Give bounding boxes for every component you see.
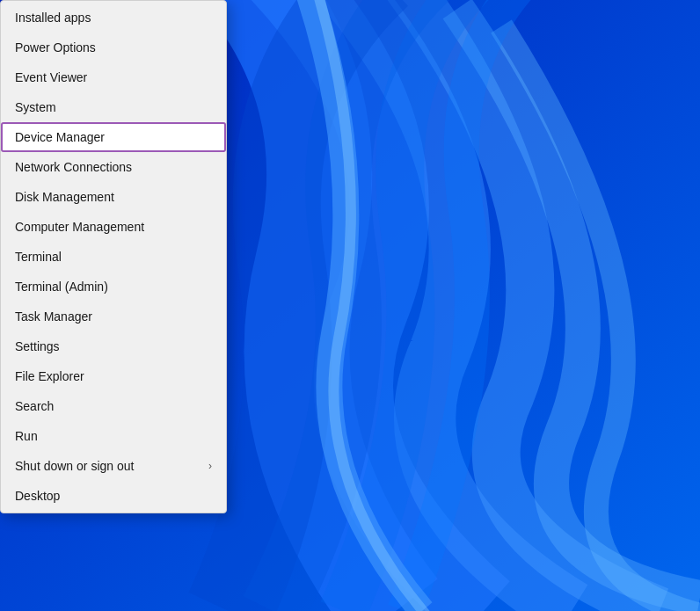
menu-item-label-device-manager: Device Manager — [15, 130, 105, 144]
menu-item-shut-down-sign-out[interactable]: Shut down or sign out› — [1, 451, 226, 481]
menu-item-label-shut-down-sign-out: Shut down or sign out — [15, 459, 134, 473]
menu-item-label-terminal: Terminal — [15, 250, 62, 264]
menu-item-device-manager[interactable]: Device Manager — [1, 122, 226, 152]
menu-item-event-viewer[interactable]: Event Viewer — [1, 62, 226, 92]
menu-item-terminal-admin[interactable]: Terminal (Admin) — [1, 272, 226, 302]
menu-item-settings[interactable]: Settings — [1, 331, 226, 361]
menu-item-label-terminal-admin: Terminal (Admin) — [15, 280, 108, 294]
context-menu: Installed appsPower OptionsEvent ViewerS… — [0, 0, 227, 513]
menu-item-label-task-manager: Task Manager — [15, 309, 92, 324]
menu-item-label-power-options: Power Options — [15, 40, 96, 55]
menu-item-network-connections[interactable]: Network Connections — [1, 152, 226, 182]
menu-item-system[interactable]: System — [1, 92, 226, 122]
menu-item-label-settings: Settings — [15, 339, 60, 353]
menu-item-label-installed-apps: Installed apps — [15, 11, 91, 25]
menu-item-power-options[interactable]: Power Options — [1, 33, 226, 62]
menu-item-label-run: Run — [15, 429, 38, 443]
menu-item-installed-apps[interactable]: Installed apps — [1, 3, 226, 33]
menu-item-search[interactable]: Search — [1, 391, 226, 421]
menu-item-file-explorer[interactable]: File Explorer — [1, 361, 226, 391]
menu-item-label-desktop: Desktop — [15, 489, 60, 503]
menu-item-computer-management[interactable]: Computer Management — [1, 212, 226, 242]
menu-item-label-disk-management: Disk Management — [15, 190, 114, 204]
menu-item-label-system: System — [15, 100, 56, 114]
menu-item-desktop[interactable]: Desktop — [1, 481, 226, 511]
menu-item-terminal[interactable]: Terminal — [1, 242, 226, 272]
menu-item-disk-management[interactable]: Disk Management — [1, 182, 226, 212]
menu-item-task-manager[interactable]: Task Manager — [1, 302, 226, 331]
menu-item-label-computer-management: Computer Management — [15, 220, 144, 234]
menu-item-label-event-viewer: Event Viewer — [15, 70, 87, 84]
submenu-chevron-shut-down-sign-out: › — [208, 460, 212, 472]
menu-item-label-file-explorer: File Explorer — [15, 369, 84, 383]
menu-item-label-search: Search — [15, 399, 54, 413]
menu-item-label-network-connections: Network Connections — [15, 160, 132, 174]
menu-item-run[interactable]: Run — [1, 421, 226, 451]
